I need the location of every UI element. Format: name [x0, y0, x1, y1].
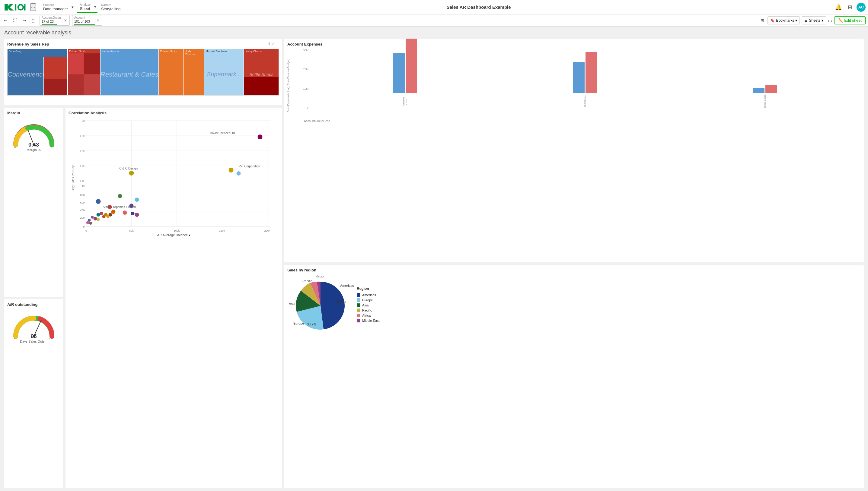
point-rose1[interactable] — [93, 217, 97, 221]
account-group-chip[interactable]: AccountGroup 17 of 23 ✕ — [39, 15, 70, 26]
revenue-more-button[interactable]: ··· — [276, 41, 279, 46]
legend-swatch-americas — [357, 293, 360, 297]
point-brown1[interactable] — [109, 213, 112, 216]
expand-button[interactable]: ⛶ — [11, 17, 19, 24]
more-button[interactable]: ··· — [30, 3, 36, 11]
grid-layout-icon[interactable]: ⊞ — [759, 16, 766, 24]
legend-swatch-middleeast — [357, 319, 360, 322]
legend-swatch-africa — [357, 314, 360, 317]
narrate-nav[interactable]: Narrate Storytelling — [99, 2, 123, 12]
treemap-segment-edward-smith[interactable]: Edward Smith — [68, 49, 101, 95]
bar-budget-general — [405, 38, 417, 93]
grid-icon[interactable]: ⊞ — [846, 3, 854, 12]
point-blue1[interactable] — [96, 199, 101, 204]
analyze-dropdown[interactable]: ▾ — [93, 3, 97, 10]
pie-label-americas: 44.5% — [336, 300, 345, 304]
snapshot-button[interactable]: ⬚ — [30, 17, 37, 24]
treemap-segment-michael-stephens[interactable]: Michael Stephens Supermark... — [204, 49, 244, 95]
scatter-y-label: Avg Sales Per Day — [72, 165, 75, 191]
bar-actual-general — [393, 53, 405, 93]
point-lavender1[interactable] — [91, 215, 94, 219]
point-david-spencer[interactable] — [258, 135, 262, 139]
prepare-nav[interactable]: Prepare Data manager ▾ — [41, 2, 75, 12]
edit-sheet-label: Edit sheet — [844, 18, 862, 23]
point-cyan1[interactable] — [135, 198, 139, 202]
bar-group-staff: Staff Costs — [573, 52, 597, 109]
treemap-cat-label3: Supermark... — [207, 71, 241, 78]
expenses-y-ticks: 30M 20M 10M 0 — [299, 49, 308, 109]
y-tick-1.8k: 1.8k — [79, 135, 85, 138]
point-rfi[interactable] — [229, 168, 233, 173]
treemap-segment-john-greg[interactable]: John Greg Convenience Stores — [7, 49, 68, 95]
margin-label: Margin % — [27, 148, 40, 152]
point-cc-design[interactable] — [129, 171, 134, 176]
account-group-close[interactable]: ✕ — [63, 19, 67, 23]
sheets-button[interactable]: ☰ Sheets ▾ — [802, 16, 826, 24]
legend-label: AccountGroupDesc — [304, 119, 330, 123]
point-green1[interactable] — [118, 194, 122, 198]
legend-middleeast: Middle East — [357, 319, 380, 322]
point-pink2[interactable] — [86, 221, 89, 224]
account-chip[interactable]: Account 101 of 103 ✕ — [72, 15, 102, 26]
narrate-sub: Storytelling — [101, 7, 120, 11]
next-sheet-button[interactable]: › — [831, 16, 833, 24]
analyze-sub: Sheet — [80, 6, 90, 11]
point-magenta1[interactable] — [135, 213, 139, 217]
top-nav: ··· Prepare Data manager ▾ Analyze Sheet… — [0, 0, 868, 15]
prepare-dropdown[interactable]: ▾ — [70, 4, 75, 10]
legend-text-middleeast: Middle East — [362, 319, 380, 322]
treemap-segment-karl-anderson[interactable]: Karl Anderson Restaurant & Cafes — [101, 49, 159, 95]
pie-legend-items: Americas Europe Asia — [357, 293, 380, 322]
bar-label-general: General Costs — [402, 94, 408, 109]
bookmarks-button[interactable]: 🔖 Bookmarks ▾ — [767, 16, 800, 24]
point-pink1[interactable] — [123, 210, 127, 215]
svg-point-3 — [19, 5, 22, 9]
pie-label-europe: 33.7% — [307, 322, 316, 326]
redo-button[interactable]: ↪ — [21, 17, 28, 24]
margin-value-wrap: 0.43 Margin % — [27, 142, 40, 152]
revenue-info-button[interactable]: ℹ — [268, 41, 270, 46]
account-close[interactable]: ✕ — [96, 19, 100, 23]
bar-actual-other — [753, 88, 764, 93]
bar-pair-general — [393, 38, 417, 93]
point-lime1[interactable] — [97, 218, 100, 221]
undo-button[interactable]: ↩ — [2, 17, 9, 24]
treemap-segment-edward-orange[interactable]: Edward Smith — [159, 49, 184, 95]
ar-label: Days Sales Outs... — [20, 340, 47, 343]
revenue-expand-button[interactable]: ⤢ — [271, 41, 275, 46]
svg-point-5 — [24, 4, 25, 6]
point-khaki1[interactable] — [89, 222, 92, 225]
edit-icon: ✏️ — [838, 18, 843, 23]
bell-icon[interactable]: 🔔 — [833, 3, 844, 12]
point-sifton[interactable] — [111, 210, 116, 214]
treemap-rep-label2: Edward Smith — [68, 49, 100, 53]
point-near-rfi[interactable] — [236, 171, 241, 176]
analyze-nav[interactable]: Analyze Sheet ▾ — [77, 2, 97, 13]
expenses-chart-area: 30M 20M 10M 0 — [299, 49, 861, 118]
treemap-segment-kathy-clinton[interactable]: Kathy Clinton Bottle Shops — [244, 49, 279, 95]
bar-label-staff: Staff Costs — [584, 94, 586, 109]
scatter-x-dropdown[interactable]: ▾ — [189, 233, 190, 237]
analyze-label: Analyze — [80, 3, 90, 6]
legend-americas: Americas — [357, 293, 380, 297]
ar-value-wrap: 65 Days Sales Outs... — [20, 333, 47, 343]
prev-sheet-button[interactable]: ‹ — [828, 16, 829, 24]
point-blue2[interactable] — [131, 212, 135, 215]
revenue-treemap[interactable]: John Greg Convenience Stores Edward Smit… — [7, 49, 279, 96]
treemap-rep-label4: Edward Smith — [159, 49, 184, 53]
treemap-subcell4 — [84, 53, 100, 74]
edit-sheet-button[interactable]: ✏️ Edit sheet — [834, 16, 866, 24]
point-crimson1[interactable] — [100, 212, 103, 215]
expenses-title: Account Expenses — [287, 42, 861, 47]
ar-gauge-wrap: 0 100 65 Days Sales Outs... — [7, 309, 60, 343]
x-tick-200k: 200k — [264, 229, 271, 232]
gauge-max-label: 1 — [50, 147, 52, 148]
treemap-rep-label7: Kathy Clinton — [244, 49, 279, 53]
y-tick-1.6k: 1.6k — [79, 150, 85, 153]
treemap-segment-judy-thurman[interactable]: Judy Thurman — [184, 49, 204, 95]
legend-pacific: Pacific — [357, 309, 380, 312]
y-tick-10m: 10M — [303, 87, 308, 90]
legend-text-europe: Europe — [362, 298, 373, 302]
avatar[interactable]: AC — [857, 3, 866, 12]
label-rfi: RFI Corporation — [239, 165, 260, 168]
